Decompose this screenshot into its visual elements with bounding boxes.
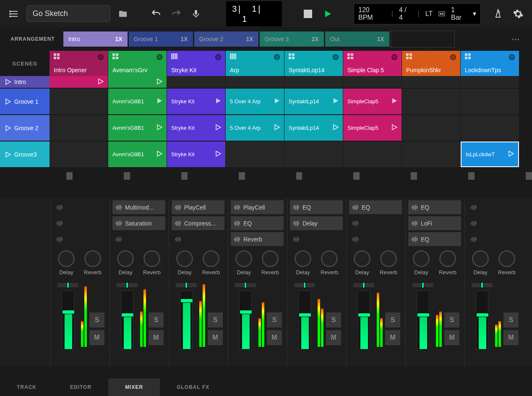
pan-slider-6[interactable] xyxy=(412,283,433,287)
record-arm-dot[interactable] xyxy=(274,54,280,60)
delay-knob-0[interactable] xyxy=(58,250,75,267)
fx-slot-3-2[interactable]: Reverb xyxy=(231,232,284,246)
volume-fader-5[interactable] xyxy=(357,291,370,349)
fx-slot-6-0[interactable]: EQ xyxy=(408,200,461,214)
record-arm-dot[interactable] xyxy=(215,54,221,60)
redo-icon[interactable] xyxy=(169,6,184,21)
scene-row-2[interactable]: Groove 2 xyxy=(0,115,50,142)
pan-slider-4[interactable] xyxy=(294,283,315,287)
volume-fader-6[interactable] xyxy=(417,291,429,349)
volume-fader-7[interactable] xyxy=(476,291,488,349)
fx-slot-2-1[interactable]: Compress... xyxy=(172,216,224,230)
play-button[interactable] xyxy=(321,6,336,21)
solo-button-0[interactable]: S xyxy=(89,312,104,328)
clip-3-2[interactable]: Stryke Kit xyxy=(167,142,225,167)
volume-fader-4[interactable] xyxy=(298,291,311,349)
fx-slot-4-1[interactable]: Delay xyxy=(290,216,343,230)
record-arm-dot[interactable] xyxy=(391,54,397,60)
clip-2-5[interactable]: SimpleClap5 xyxy=(343,115,402,141)
clip-empty-0-7[interactable] xyxy=(461,76,519,88)
clip-1-5[interactable]: SimpleClap5 xyxy=(343,89,402,114)
stop-clip-6[interactable] xyxy=(411,172,417,180)
clip-empty-2-7[interactable] xyxy=(461,115,519,141)
mute-button-7[interactable]: M xyxy=(503,330,519,345)
volume-fader-3[interactable] xyxy=(239,291,252,349)
menu-icon[interactable] xyxy=(6,6,21,21)
fx-slot-0-1[interactable] xyxy=(53,216,106,230)
delay-knob-2[interactable] xyxy=(176,250,193,267)
volume-fader-0[interactable] xyxy=(62,291,74,349)
record-arm-dot[interactable] xyxy=(450,54,456,60)
scene-row-3[interactable]: Groove3 xyxy=(0,142,50,168)
track-header-3[interactable]: Arp xyxy=(226,51,284,76)
tab-editor[interactable]: EDITOR xyxy=(53,378,108,396)
mute-button-5[interactable]: M xyxy=(385,330,400,345)
clip-2-4[interactable]: SyntaktLp14 xyxy=(284,115,343,141)
mute-button-4[interactable]: M xyxy=(326,330,341,345)
stop-clip-4[interactable] xyxy=(296,172,303,180)
delay-knob-1[interactable] xyxy=(117,250,134,267)
delay-knob-5[interactable] xyxy=(354,250,370,267)
reverb-knob-0[interactable] xyxy=(84,250,101,267)
solo-button-6[interactable]: S xyxy=(444,312,459,328)
fx-slot-3-0[interactable]: PlayCell xyxy=(231,200,284,214)
clip-empty-0-4[interactable] xyxy=(284,76,343,88)
undo-icon[interactable] xyxy=(149,6,164,21)
solo-button-3[interactable]: S xyxy=(267,312,282,328)
clip-empty-0-6[interactable] xyxy=(402,76,460,88)
clip-empty-3-0[interactable] xyxy=(50,142,108,167)
fx-slot-6-1[interactable]: LoFi xyxy=(408,216,461,230)
clip-2-3[interactable]: 5 Over 4 Arp xyxy=(226,115,284,141)
track-header-0[interactable]: Intro Opener xyxy=(50,51,108,76)
solo-button-7[interactable]: S xyxy=(503,312,519,328)
clip-empty-3-5[interactable] xyxy=(343,142,402,167)
clip-empty-2-0[interactable] xyxy=(50,115,108,141)
reverb-knob-6[interactable] xyxy=(439,250,456,267)
fx-slot-7-0[interactable] xyxy=(467,200,520,214)
clip-0-1[interactable] xyxy=(108,76,167,88)
track-header-2[interactable]: Stryke Kit xyxy=(167,51,225,76)
clip-2-2[interactable]: Stryke Kit xyxy=(167,115,225,141)
fx-slot-5-2[interactable] xyxy=(349,232,402,246)
reverb-knob-3[interactable] xyxy=(262,250,279,267)
record-arm-dot[interactable] xyxy=(98,54,104,60)
solo-button-4[interactable]: S xyxy=(326,312,341,328)
clip-empty-3-6[interactable] xyxy=(402,142,460,167)
transport-display[interactable]: 120 BPM | 4 / 4 | LT 1 Bar ▾ xyxy=(354,3,481,24)
pan-slider-3[interactable] xyxy=(235,283,256,287)
fx-slot-5-0[interactable]: EQ xyxy=(349,200,402,214)
stop-clip-5[interactable] xyxy=(353,172,360,180)
track-header-4[interactable]: SyntaktLop14 xyxy=(284,51,343,76)
fx-slot-2-2[interactable] xyxy=(172,232,224,246)
fx-slot-1-1[interactable]: Saturation xyxy=(112,216,165,230)
mute-button-1[interactable]: M xyxy=(149,330,164,345)
solo-button-2[interactable]: S xyxy=(208,312,223,328)
fx-slot-4-2[interactable] xyxy=(290,232,343,246)
track-header-1[interactable]: Avenam'sGrv xyxy=(108,51,167,76)
clip-1-1[interactable]: Avnm'sG8B1 xyxy=(108,89,167,114)
clip-3-7[interactable]: IsLpLckdwT xyxy=(461,142,519,167)
pan-slider-0[interactable] xyxy=(57,283,78,287)
track-header-6[interactable]: PumpkinShkr xyxy=(402,51,460,76)
stop-clip-7[interactable] xyxy=(468,172,475,180)
arrangement-block-1[interactable]: Groove 11X xyxy=(129,31,193,47)
track-header-7[interactable]: LockdownTps xyxy=(461,51,519,76)
clip-empty-0-3[interactable] xyxy=(226,76,284,88)
volume-fader-1[interactable] xyxy=(121,291,133,349)
delay-knob-6[interactable] xyxy=(413,250,430,267)
fx-slot-1-0[interactable]: Multimod... xyxy=(112,200,165,214)
mic-icon[interactable] xyxy=(189,6,204,21)
clip-empty-0-2[interactable] xyxy=(167,76,225,88)
settings-icon[interactable] xyxy=(511,6,526,21)
solo-button-1[interactable]: S xyxy=(149,312,164,328)
folder-icon[interactable] xyxy=(115,6,130,21)
clip-3-1[interactable]: Avnm'sG9B1 xyxy=(108,142,167,167)
arrangement-block-4[interactable]: Out1X xyxy=(325,31,389,47)
fx-slot-4-0[interactable]: EQ xyxy=(290,200,343,214)
arrangement-block-3[interactable]: Groove 32X xyxy=(260,31,324,47)
reverb-knob-1[interactable] xyxy=(143,250,160,267)
fx-slot-5-1[interactable] xyxy=(349,216,402,230)
reverb-knob-7[interactable] xyxy=(498,250,515,267)
pan-slider-5[interactable] xyxy=(353,283,374,287)
pan-slider-1[interactable] xyxy=(117,283,138,287)
